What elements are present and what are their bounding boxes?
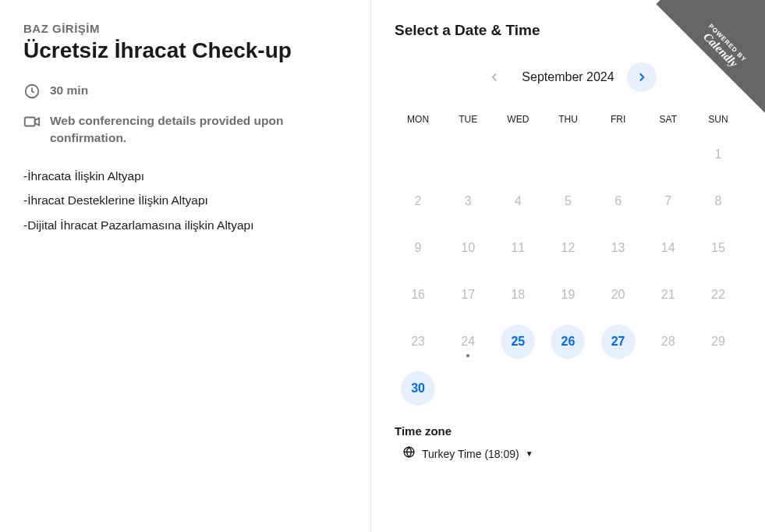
day-cell	[645, 137, 692, 172]
day-cell: 23	[395, 325, 441, 359]
next-month-button[interactable]	[627, 62, 657, 92]
day-cell: 20	[595, 278, 642, 312]
day-cell: 3	[444, 184, 491, 218]
day-cell: 19	[544, 278, 591, 312]
day-button: 9	[401, 231, 435, 265]
globe-icon	[402, 445, 416, 462]
day-button: 11	[501, 231, 535, 265]
weekday-label: FRI	[595, 108, 642, 131]
duration-row: 30 min	[23, 82, 347, 100]
day-button: 22	[701, 278, 735, 312]
month-label: September 2024	[514, 70, 622, 84]
description-line: -İhracata İlişkin Altyapı	[23, 165, 347, 187]
day-cell: 11	[494, 231, 541, 265]
description-line: -Dijital İhracat Pazarlamasına ilişkin A…	[23, 214, 347, 236]
days-grid: 1234567891011121314151617181920212223242…	[395, 137, 742, 406]
day-cell: 8	[695, 184, 742, 218]
timezone-section: Time zone Turkey Time (18:09) ▼	[395, 424, 742, 462]
day-cell: 30	[395, 371, 441, 406]
day-cell: 1	[695, 137, 742, 172]
clock-icon	[23, 83, 41, 100]
day-cell: 13	[595, 231, 642, 265]
day-cell: 16	[395, 278, 441, 312]
day-cell: 27	[595, 325, 642, 359]
day-button[interactable]: 26	[551, 325, 585, 359]
caret-down-icon: ▼	[526, 449, 533, 458]
day-cell: 9	[395, 231, 441, 265]
day-button: 23	[401, 325, 435, 359]
duration-text: 30 min	[50, 82, 88, 99]
day-button[interactable]: 27	[601, 325, 636, 359]
location-text: Web conferencing details provided upon c…	[50, 112, 347, 147]
day-button: 13	[601, 231, 636, 265]
weekday-header: MONTUEWEDTHUFRISATSUN	[395, 108, 742, 131]
day-button[interactable]: 30	[401, 371, 435, 406]
day-cell: 14	[645, 231, 692, 265]
day-cell	[494, 137, 541, 172]
day-button: 15	[701, 231, 735, 265]
organization-name: BAZ GİRİŞİM	[23, 22, 347, 35]
month-navigation: September 2024	[395, 62, 742, 92]
day-cell	[595, 137, 642, 172]
event-description: -İhracata İlişkin Altyapı-İhracat Destek…	[23, 165, 347, 236]
day-button: 24	[451, 325, 485, 359]
day-cell	[395, 137, 441, 172]
location-row: Web conferencing details provided upon c…	[23, 112, 347, 147]
weekday-label: TUE	[444, 108, 491, 131]
day-cell: 24	[444, 325, 491, 359]
weekday-label: SAT	[645, 108, 692, 131]
event-title: Ücretsiz İhracat Check-up	[23, 38, 347, 63]
day-button: 17	[451, 278, 485, 312]
day-button: 16	[401, 278, 435, 312]
day-button: 12	[551, 231, 585, 265]
weekday-label: MON	[395, 108, 441, 131]
timezone-label: Time zone	[395, 424, 742, 438]
calendar-panel: Select a Date & Time September 2024 MONT…	[371, 0, 765, 532]
day-cell: 29	[695, 325, 742, 359]
timezone-value: Turkey Time (18:09)	[422, 448, 519, 460]
timezone-selector[interactable]: Turkey Time (18:09) ▼	[395, 445, 742, 462]
day-cell: 4	[494, 184, 541, 218]
day-cell: 15	[695, 231, 742, 265]
day-button: 6	[601, 184, 636, 218]
day-button: 19	[551, 278, 585, 312]
day-cell	[544, 137, 591, 172]
day-button: 3	[451, 184, 485, 218]
day-button: 5	[551, 184, 585, 218]
video-icon	[23, 113, 41, 130]
weekday-label: WED	[494, 108, 541, 131]
description-line: -İhracat Desteklerine İlişkin Altyapı	[23, 189, 347, 211]
weekday-label: SUN	[695, 108, 742, 131]
weekday-label: THU	[544, 108, 591, 131]
prev-month-button[interactable]	[480, 62, 509, 92]
day-button: 14	[651, 231, 685, 265]
day-cell: 26	[544, 325, 591, 359]
day-cell: 2	[395, 184, 441, 218]
day-cell: 5	[544, 184, 591, 218]
day-cell: 18	[494, 278, 541, 312]
day-cell: 6	[595, 184, 642, 218]
day-cell	[444, 137, 491, 172]
day-button: 4	[501, 184, 535, 218]
day-cell: 28	[645, 325, 692, 359]
day-button: 20	[601, 278, 636, 312]
day-cell: 7	[645, 184, 692, 218]
day-button: 10	[451, 231, 485, 265]
day-cell: 12	[544, 231, 591, 265]
svg-rect-1	[25, 118, 35, 126]
day-button: 1	[701, 137, 735, 172]
event-details-panel: BAZ GİRİŞİM Ücretsiz İhracat Check-up 30…	[0, 0, 371, 532]
day-cell: 25	[494, 325, 541, 359]
day-button: 2	[401, 184, 435, 218]
day-cell: 17	[444, 278, 491, 312]
day-cell: 21	[645, 278, 692, 312]
day-button: 29	[701, 325, 735, 359]
day-button: 8	[701, 184, 735, 218]
day-cell: 22	[695, 278, 742, 312]
day-button: 21	[651, 278, 685, 312]
day-button: 28	[651, 325, 685, 359]
day-button: 7	[651, 184, 685, 218]
day-button[interactable]: 25	[501, 325, 535, 359]
day-button: 18	[501, 278, 535, 312]
day-cell: 10	[444, 231, 491, 265]
